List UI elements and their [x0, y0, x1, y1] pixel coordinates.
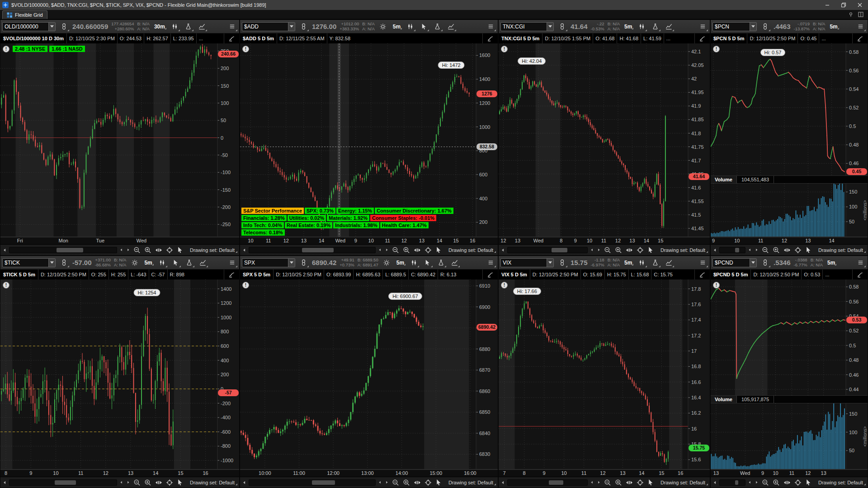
link-icon[interactable]: [298, 21, 309, 32]
symbol-input[interactable]: TNX:CGI: [500, 22, 554, 31]
chart-canvas-add[interactable]: 1600140012001000800600400200!Hi: 1472127…: [240, 43, 498, 237]
candles-icon[interactable]: [637, 257, 647, 268]
menu-icon[interactable]: [486, 257, 496, 268]
menu-icon[interactable]: [855, 257, 866, 268]
flask-icon[interactable]: [432, 21, 443, 32]
pan-icon[interactable]: [412, 478, 422, 487]
scrollbar-thumb[interactable]: [549, 480, 563, 485]
link-icon[interactable]: [59, 257, 69, 268]
symbol-dropdown-caret[interactable]: [750, 23, 756, 31]
crosshair-icon[interactable]: [423, 246, 433, 255]
scroll-left-icon[interactable]: [2, 246, 8, 253]
flask-icon[interactable]: [183, 21, 193, 32]
scrollbar-track[interactable]: [507, 247, 588, 253]
symbol-input[interactable]: SPX: [242, 258, 295, 267]
symbol-input[interactable]: $TICK: [2, 258, 56, 267]
pointer-icon[interactable]: [419, 21, 429, 32]
cursor-icon[interactable]: [175, 478, 185, 487]
pan-icon[interactable]: [624, 246, 634, 255]
scroll-step-right-icon[interactable]: [384, 479, 390, 486]
flask-icon[interactable]: [436, 257, 446, 268]
scroll-step-left-icon[interactable]: [747, 246, 753, 253]
time-axis[interactable]: 1011121314Wed910111213141516: [240, 237, 498, 244]
alert-icon[interactable]: !: [242, 282, 249, 289]
pan-icon[interactable]: [782, 246, 792, 255]
symbol-input[interactable]: OLD/1000000: [2, 22, 56, 31]
scroll-step-left-icon[interactable]: [589, 246, 595, 253]
scrollbar-track[interactable]: [507, 479, 588, 486]
pointer-icon[interactable]: [422, 257, 433, 268]
volume-canvas-pcn[interactable]: 15010050<millions>: [711, 184, 868, 237]
chart-canvas-spx[interactable]: 691069006890688068706860685068406830!Hi:…: [240, 280, 498, 469]
drawing-set-button[interactable]: Drawing set: Default: [186, 247, 238, 253]
minimize-button[interactable]: [819, 0, 835, 10]
link-icon[interactable]: [298, 257, 309, 268]
flask-icon[interactable]: [184, 257, 194, 268]
scroll-step-left-icon[interactable]: [589, 479, 595, 486]
volume-svg[interactable]: 15010050: [711, 403, 868, 469]
gear-icon[interactable]: [129, 257, 140, 268]
scrollbar-track[interactable]: [249, 479, 376, 486]
chart-style-icon[interactable]: [482, 270, 498, 280]
chart-style-icon[interactable]: [852, 33, 868, 43]
tab-flexible-grid[interactable]: Flexible Grid: [2, 10, 47, 19]
flask-icon[interactable]: [650, 257, 660, 268]
chart-style-icon[interactable]: [224, 33, 239, 43]
scrollbar-thumb[interactable]: [302, 248, 334, 252]
zoom-out-icon[interactable]: [391, 246, 401, 255]
drawing-set-button[interactable]: Drawing set: Default: [445, 247, 496, 253]
pan-icon[interactable]: [154, 478, 164, 487]
zoom-in-icon[interactable]: [401, 246, 411, 255]
symbol-dropdown-caret[interactable]: [547, 259, 553, 267]
link-icon[interactable]: [760, 257, 770, 268]
crosshair-icon[interactable]: [423, 478, 433, 487]
scroll-step-right-icon[interactable]: [125, 246, 131, 253]
crosshair-icon[interactable]: [165, 478, 175, 487]
candles-icon[interactable]: [157, 257, 167, 268]
alert-icon[interactable]: !: [242, 46, 249, 52]
scrollbar-thumb[interactable]: [312, 480, 335, 485]
zoom-out-icon[interactable]: [391, 478, 401, 487]
candles-icon[interactable]: [170, 21, 180, 32]
cursor-icon[interactable]: [434, 246, 444, 255]
alert-icon[interactable]: !: [3, 282, 9, 289]
scroll-step-left-icon[interactable]: [118, 246, 124, 253]
restore-button[interactable]: [835, 0, 852, 10]
chart-style-icon[interactable]: [852, 270, 868, 280]
price-svg[interactable]: 1400120010008006004002000-200-400-600-80…: [0, 280, 239, 469]
scroll-step-right-icon[interactable]: [754, 479, 760, 486]
symbol-dropdown-caret[interactable]: [288, 23, 295, 31]
alert-icon[interactable]: !: [501, 46, 508, 52]
zoom-out-icon[interactable]: [760, 246, 770, 255]
time-axis[interactable]: 1213Wed89101112131415: [499, 237, 710, 244]
scrollbar-track[interactable]: [249, 247, 376, 253]
scroll-step-right-icon[interactable]: [384, 246, 390, 253]
price-svg[interactable]: 17.817.617.417.21716.816.616.416.21615.8…: [499, 280, 710, 469]
menu-icon[interactable]: [227, 21, 237, 32]
alert-icon[interactable]: !: [501, 282, 508, 289]
symbol-dropdown-caret[interactable]: [48, 259, 55, 267]
drawing-set-button[interactable]: Drawing set: Default: [186, 480, 238, 485]
price-svg[interactable]: 691069006890688068706860685068406830: [240, 280, 498, 469]
zoom-out-icon[interactable]: [603, 246, 613, 255]
price-svg[interactable]: 0.580.560.540.520.50.480.46: [711, 43, 868, 175]
scroll-step-right-icon[interactable]: [596, 479, 602, 486]
timeframe-button[interactable]: 5m: [143, 260, 153, 266]
timeframe-button[interactable]: 30m: [153, 24, 166, 30]
timeframe-button[interactable]: 5m: [828, 24, 839, 30]
strategies-icon[interactable]: [198, 257, 208, 268]
scrollbar-thumb[interactable]: [735, 248, 739, 252]
symbol-dropdown-caret[interactable]: [750, 259, 756, 267]
time-axis[interactable]: 78910111213141516: [499, 469, 710, 477]
scroll-step-right-icon[interactable]: [596, 246, 602, 253]
scroll-left-icon[interactable]: [500, 479, 506, 486]
link-icon[interactable]: [557, 257, 567, 268]
scroll-step-left-icon[interactable]: [747, 479, 753, 486]
symbol-input[interactable]: $PCN: [712, 22, 757, 31]
candles-icon[interactable]: [637, 21, 647, 32]
cursor-icon[interactable]: [434, 478, 444, 487]
pan-icon[interactable]: [412, 246, 422, 255]
time-axis[interactable]: 13Wed910111213: [711, 469, 868, 477]
symbol-dropdown-caret[interactable]: [547, 23, 553, 31]
crosshair-icon[interactable]: [635, 246, 645, 255]
